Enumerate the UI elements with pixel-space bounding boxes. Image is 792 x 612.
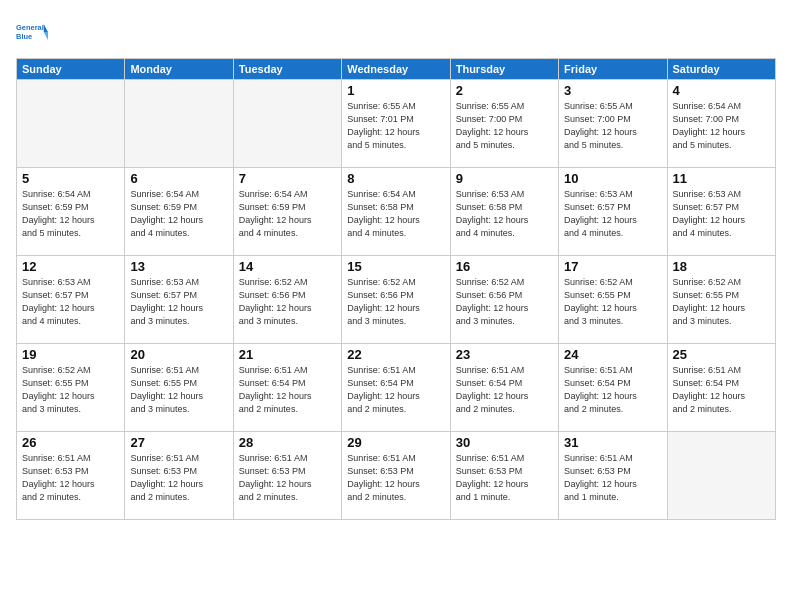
day-number: 23 — [456, 347, 553, 362]
day-number: 29 — [347, 435, 444, 450]
day-number: 17 — [564, 259, 661, 274]
calendar-cell: 13Sunrise: 6:53 AM Sunset: 6:57 PM Dayli… — [125, 256, 233, 344]
calendar-week-1: 1Sunrise: 6:55 AM Sunset: 7:01 PM Daylig… — [17, 80, 776, 168]
weekday-header-row: SundayMondayTuesdayWednesdayThursdayFrid… — [17, 59, 776, 80]
cell-info: Sunrise: 6:54 AM Sunset: 7:00 PM Dayligh… — [673, 100, 770, 152]
calendar-cell: 14Sunrise: 6:52 AM Sunset: 6:56 PM Dayli… — [233, 256, 341, 344]
calendar-cell — [233, 80, 341, 168]
weekday-header-wednesday: Wednesday — [342, 59, 450, 80]
day-number: 22 — [347, 347, 444, 362]
calendar-cell: 25Sunrise: 6:51 AM Sunset: 6:54 PM Dayli… — [667, 344, 775, 432]
calendar-cell: 1Sunrise: 6:55 AM Sunset: 7:01 PM Daylig… — [342, 80, 450, 168]
cell-info: Sunrise: 6:52 AM Sunset: 6:56 PM Dayligh… — [239, 276, 336, 328]
cell-info: Sunrise: 6:51 AM Sunset: 6:54 PM Dayligh… — [673, 364, 770, 416]
calendar-cell: 31Sunrise: 6:51 AM Sunset: 6:53 PM Dayli… — [559, 432, 667, 520]
cell-info: Sunrise: 6:52 AM Sunset: 6:56 PM Dayligh… — [456, 276, 553, 328]
cell-info: Sunrise: 6:51 AM Sunset: 6:53 PM Dayligh… — [347, 452, 444, 504]
day-number: 25 — [673, 347, 770, 362]
cell-info: Sunrise: 6:51 AM Sunset: 6:54 PM Dayligh… — [239, 364, 336, 416]
cell-info: Sunrise: 6:51 AM Sunset: 6:53 PM Dayligh… — [22, 452, 119, 504]
calendar-cell: 23Sunrise: 6:51 AM Sunset: 6:54 PM Dayli… — [450, 344, 558, 432]
cell-info: Sunrise: 6:53 AM Sunset: 6:57 PM Dayligh… — [22, 276, 119, 328]
cell-info: Sunrise: 6:51 AM Sunset: 6:54 PM Dayligh… — [564, 364, 661, 416]
cell-info: Sunrise: 6:54 AM Sunset: 6:59 PM Dayligh… — [130, 188, 227, 240]
weekday-header-friday: Friday — [559, 59, 667, 80]
calendar-cell: 6Sunrise: 6:54 AM Sunset: 6:59 PM Daylig… — [125, 168, 233, 256]
svg-marker-3 — [44, 32, 48, 40]
cell-info: Sunrise: 6:54 AM Sunset: 6:59 PM Dayligh… — [239, 188, 336, 240]
calendar-cell: 26Sunrise: 6:51 AM Sunset: 6:53 PM Dayli… — [17, 432, 125, 520]
page: GeneralBlue SundayMondayTuesdayWednesday… — [0, 0, 792, 612]
day-number: 27 — [130, 435, 227, 450]
day-number: 24 — [564, 347, 661, 362]
calendar-cell: 11Sunrise: 6:53 AM Sunset: 6:57 PM Dayli… — [667, 168, 775, 256]
day-number: 2 — [456, 83, 553, 98]
calendar-cell: 5Sunrise: 6:54 AM Sunset: 6:59 PM Daylig… — [17, 168, 125, 256]
calendar-table: SundayMondayTuesdayWednesdayThursdayFrid… — [16, 58, 776, 520]
day-number: 12 — [22, 259, 119, 274]
cell-info: Sunrise: 6:53 AM Sunset: 6:57 PM Dayligh… — [130, 276, 227, 328]
calendar-cell: 28Sunrise: 6:51 AM Sunset: 6:53 PM Dayli… — [233, 432, 341, 520]
cell-info: Sunrise: 6:52 AM Sunset: 6:55 PM Dayligh… — [22, 364, 119, 416]
cell-info: Sunrise: 6:51 AM Sunset: 6:53 PM Dayligh… — [564, 452, 661, 504]
day-number: 10 — [564, 171, 661, 186]
weekday-header-sunday: Sunday — [17, 59, 125, 80]
calendar-cell: 16Sunrise: 6:52 AM Sunset: 6:56 PM Dayli… — [450, 256, 558, 344]
logo: GeneralBlue — [16, 16, 52, 48]
weekday-header-monday: Monday — [125, 59, 233, 80]
day-number: 3 — [564, 83, 661, 98]
svg-marker-2 — [44, 24, 48, 32]
cell-info: Sunrise: 6:52 AM Sunset: 6:56 PM Dayligh… — [347, 276, 444, 328]
cell-info: Sunrise: 6:51 AM Sunset: 6:54 PM Dayligh… — [456, 364, 553, 416]
day-number: 1 — [347, 83, 444, 98]
calendar-cell: 27Sunrise: 6:51 AM Sunset: 6:53 PM Dayli… — [125, 432, 233, 520]
calendar-cell — [125, 80, 233, 168]
cell-info: Sunrise: 6:55 AM Sunset: 7:00 PM Dayligh… — [456, 100, 553, 152]
logo-icon: GeneralBlue — [16, 16, 48, 48]
day-number: 21 — [239, 347, 336, 362]
day-number: 28 — [239, 435, 336, 450]
calendar-cell: 4Sunrise: 6:54 AM Sunset: 7:00 PM Daylig… — [667, 80, 775, 168]
calendar-cell: 24Sunrise: 6:51 AM Sunset: 6:54 PM Dayli… — [559, 344, 667, 432]
cell-info: Sunrise: 6:51 AM Sunset: 6:53 PM Dayligh… — [239, 452, 336, 504]
calendar-week-5: 26Sunrise: 6:51 AM Sunset: 6:53 PM Dayli… — [17, 432, 776, 520]
cell-info: Sunrise: 6:55 AM Sunset: 7:01 PM Dayligh… — [347, 100, 444, 152]
day-number: 19 — [22, 347, 119, 362]
cell-info: Sunrise: 6:52 AM Sunset: 6:55 PM Dayligh… — [564, 276, 661, 328]
weekday-header-saturday: Saturday — [667, 59, 775, 80]
calendar-cell: 29Sunrise: 6:51 AM Sunset: 6:53 PM Dayli… — [342, 432, 450, 520]
weekday-header-tuesday: Tuesday — [233, 59, 341, 80]
svg-text:Blue: Blue — [16, 32, 32, 41]
day-number: 30 — [456, 435, 553, 450]
calendar-cell: 22Sunrise: 6:51 AM Sunset: 6:54 PM Dayli… — [342, 344, 450, 432]
day-number: 26 — [22, 435, 119, 450]
calendar-cell: 7Sunrise: 6:54 AM Sunset: 6:59 PM Daylig… — [233, 168, 341, 256]
calendar-cell: 17Sunrise: 6:52 AM Sunset: 6:55 PM Dayli… — [559, 256, 667, 344]
day-number: 15 — [347, 259, 444, 274]
header: GeneralBlue — [16, 16, 776, 48]
day-number: 20 — [130, 347, 227, 362]
day-number: 16 — [456, 259, 553, 274]
cell-info: Sunrise: 6:52 AM Sunset: 6:55 PM Dayligh… — [673, 276, 770, 328]
svg-text:General: General — [16, 23, 44, 32]
cell-info: Sunrise: 6:51 AM Sunset: 6:53 PM Dayligh… — [130, 452, 227, 504]
calendar-cell: 20Sunrise: 6:51 AM Sunset: 6:55 PM Dayli… — [125, 344, 233, 432]
calendar-cell: 10Sunrise: 6:53 AM Sunset: 6:57 PM Dayli… — [559, 168, 667, 256]
cell-info: Sunrise: 6:54 AM Sunset: 6:59 PM Dayligh… — [22, 188, 119, 240]
calendar-cell: 21Sunrise: 6:51 AM Sunset: 6:54 PM Dayli… — [233, 344, 341, 432]
cell-info: Sunrise: 6:53 AM Sunset: 6:57 PM Dayligh… — [673, 188, 770, 240]
weekday-header-thursday: Thursday — [450, 59, 558, 80]
calendar-cell: 15Sunrise: 6:52 AM Sunset: 6:56 PM Dayli… — [342, 256, 450, 344]
calendar-cell: 18Sunrise: 6:52 AM Sunset: 6:55 PM Dayli… — [667, 256, 775, 344]
calendar-cell: 12Sunrise: 6:53 AM Sunset: 6:57 PM Dayli… — [17, 256, 125, 344]
calendar-week-2: 5Sunrise: 6:54 AM Sunset: 6:59 PM Daylig… — [17, 168, 776, 256]
day-number: 5 — [22, 171, 119, 186]
calendar-cell: 30Sunrise: 6:51 AM Sunset: 6:53 PM Dayli… — [450, 432, 558, 520]
day-number: 4 — [673, 83, 770, 98]
day-number: 11 — [673, 171, 770, 186]
cell-info: Sunrise: 6:51 AM Sunset: 6:54 PM Dayligh… — [347, 364, 444, 416]
cell-info: Sunrise: 6:53 AM Sunset: 6:58 PM Dayligh… — [456, 188, 553, 240]
day-number: 14 — [239, 259, 336, 274]
cell-info: Sunrise: 6:51 AM Sunset: 6:55 PM Dayligh… — [130, 364, 227, 416]
day-number: 8 — [347, 171, 444, 186]
